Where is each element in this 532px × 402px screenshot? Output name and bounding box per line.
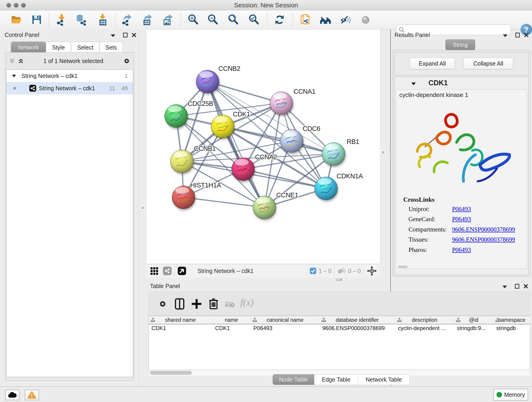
fit-content-crosshair-icon[interactable] (367, 266, 377, 276)
table-cell[interactable]: cyclin-dependent ... (395, 324, 454, 332)
tab-sets[interactable]: Sets (99, 42, 123, 53)
maximize-panel-icon[interactable] (515, 32, 520, 38)
network-node-CCNA1[interactable]: CCNA1 (270, 88, 316, 115)
network-list-header: 1 of 1 Network selected (6, 52, 134, 70)
zoom-out-icon[interactable] (207, 14, 219, 26)
selected-checkbox-icon[interactable] (310, 268, 317, 274)
collapse-gene-icon[interactable] (411, 81, 417, 86)
export-network-icon[interactable] (121, 14, 133, 26)
gene-section: CDK1 cyclin-dependent kinase 1 (394, 77, 529, 275)
network-graph[interactable]: CCNB2CCNA1CDC25BCDK1CDC6RB1CCNB1CCNA2CDK… (146, 30, 380, 264)
table-cell[interactable]: 9606.ENSP00000378699 (320, 324, 395, 332)
table-panel-title: Table Panel (150, 283, 180, 289)
network-collection-row[interactable]: String Network – cdk1 1 (6, 70, 133, 82)
column-header[interactable]: canonical name (251, 316, 320, 324)
refresh-icon[interactable] (273, 14, 285, 26)
function-builder-icon-disabled: f(x) (240, 297, 254, 308)
save-session-icon[interactable] (31, 14, 43, 26)
network-node-RB1[interactable]: RB1 (322, 138, 359, 166)
network-node-CDKN1A[interactable]: CDKN1A (315, 172, 363, 200)
crosslink-label: GeneCard: (409, 216, 435, 223)
zoom-in-icon[interactable] (187, 14, 199, 26)
collapse-all-icon[interactable] (9, 57, 16, 64)
column-header[interactable]: description (395, 316, 454, 324)
export-image-icon[interactable] (162, 14, 174, 26)
tab-edge-table[interactable]: Edge Table (314, 374, 358, 385)
import-network-icon[interactable] (56, 14, 67, 26)
network-node-CCNB1[interactable]: CCNB1 (171, 145, 216, 173)
close-panel-icon[interactable] (523, 32, 529, 38)
network-share-icon[interactable] (163, 267, 172, 275)
crosslink-genecard-link[interactable]: P06493 (452, 216, 471, 223)
float-panel-icon[interactable] (110, 33, 116, 38)
expand-all-icon[interactable] (17, 57, 24, 64)
warning-button[interactable] (25, 390, 39, 400)
import-network-from-database-icon[interactable] (76, 14, 88, 26)
clear-table-icon-disabled (225, 301, 235, 308)
network-canvas[interactable]: CCNB2CCNA1CDC25BCDK1CDC6RB1CCNB1CCNA2CDK… (146, 29, 380, 264)
string-home-icon[interactable] (320, 14, 331, 26)
tree-expander-icon[interactable] (12, 74, 17, 78)
add-column-icon[interactable] (191, 298, 202, 310)
table-cell[interactable]: stringdb (494, 324, 530, 332)
cloud-icon (8, 392, 17, 398)
tab-network-table[interactable]: Network Table (358, 374, 410, 385)
maximize-panel-icon[interactable] (122, 32, 128, 38)
column-header[interactable]: database identifier (320, 316, 395, 324)
show-columns-icon[interactable] (174, 298, 185, 310)
enhanced-labels-icon[interactable] (340, 14, 351, 26)
maximize-panel-icon[interactable] (514, 284, 520, 289)
left-splitter-handle[interactable] (140, 205, 145, 211)
table-gear-icon[interactable] (157, 299, 168, 309)
expand-all-button[interactable]: Expand All (410, 58, 455, 69)
close-panel-icon[interactable] (131, 32, 137, 38)
network-node-CCNE1[interactable]: CCNE1 (253, 191, 298, 219)
import-table-icon[interactable] (97, 14, 109, 26)
show-graphics-details-icon[interactable] (360, 14, 372, 26)
table-cell[interactable]: CDK1 (212, 324, 250, 332)
cytoscape-window: { "window": { "title": "Session: New Ses… (0, 0, 532, 402)
close-panel-icon[interactable] (523, 284, 529, 289)
zoom-selected-icon[interactable] (248, 14, 260, 26)
float-panel-icon[interactable] (502, 33, 508, 38)
export-table-icon[interactable] (141, 14, 153, 26)
crosslink-label: Uniprot: (409, 206, 430, 213)
results-hscroll-thumb[interactable] (398, 266, 408, 268)
network-selected-count: 1 of 1 Network selected (24, 58, 122, 64)
table-cell[interactable]: stringdb:9... (454, 324, 493, 332)
right-splitter-handle[interactable] (380, 149, 386, 155)
table-hscroll-thumb[interactable] (150, 371, 192, 375)
string-document-icon[interactable] (300, 14, 312, 26)
network-row[interactable]: String Network – cdk1 11 48 (6, 82, 133, 95)
table-cell[interactable]: P06493 (251, 324, 319, 332)
birds-eye-view-icon[interactable] (177, 266, 186, 275)
tab-node-table[interactable]: Node Table (273, 374, 314, 385)
crosslink-compartments-link[interactable]: 9606.ENSP00000378699 (452, 226, 515, 233)
column-header[interactable]: @id (454, 316, 494, 324)
options-gear-icon[interactable] (122, 57, 131, 65)
tab-select[interactable]: Select (71, 42, 99, 53)
cloud-button[interactable] (5, 390, 19, 400)
toolbar-separator (267, 13, 267, 26)
delete-column-icon[interactable] (208, 298, 219, 310)
column-header[interactable]: namespace (494, 316, 530, 324)
protein-structure-image[interactable] (402, 106, 521, 195)
crosslink-uniprot-link[interactable]: P06493 (452, 206, 471, 213)
grid-view-icon[interactable] (149, 266, 159, 276)
table-cell[interactable]: CDK1 (149, 324, 212, 332)
tab-network[interactable]: Network (11, 42, 46, 53)
collapse-all-button[interactable]: Collapse All (463, 58, 513, 69)
float-panel-icon[interactable] (502, 284, 508, 289)
memory-button[interactable]: Memory (493, 389, 528, 401)
open-file-icon[interactable] (10, 14, 22, 26)
network-node-HIST1H1A[interactable]: HIST1H1A (172, 182, 221, 209)
column-header[interactable]: name (212, 316, 251, 324)
tab-string[interactable]: String (445, 39, 475, 51)
tab-style[interactable]: Style (46, 42, 71, 53)
network-edge-HIST1H1A-CCNE1[interactable] (184, 197, 264, 207)
table-panel: Table Panel f(x) shared name name canoni… (147, 278, 532, 386)
column-header[interactable]: shared name (149, 316, 212, 324)
crosslink-tissues-link[interactable]: 9606.ENSP00000378699 (452, 236, 515, 243)
zoom-fit-icon[interactable] (227, 14, 239, 26)
crosslink-pharos-link[interactable]: P06493 (452, 246, 471, 254)
